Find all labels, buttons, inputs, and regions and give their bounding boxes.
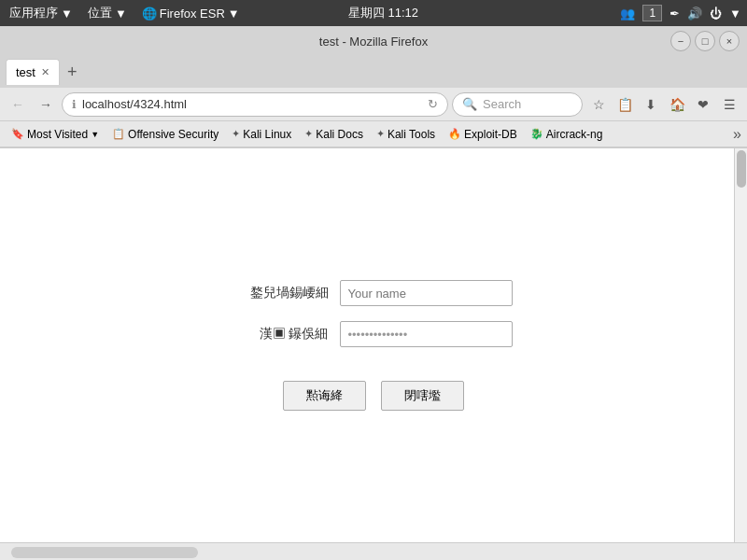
search-placeholder: Search — [483, 97, 521, 111]
title-bar: test - Mozilla Firefox − □ × — [0, 26, 747, 56]
new-tab-button[interactable]: + — [62, 63, 83, 80]
form-container: 鍪兒堝錫崾細 漢▣ 鑤俁細 㸃诲絳 閉嗐壏 — [235, 280, 513, 411]
bookmark-kali-linux[interactable]: ✦ Kali Linux — [226, 126, 297, 143]
horizontal-scrollbar[interactable] — [11, 547, 198, 558]
bookmark-offensive-security[interactable]: 📋 Offensive Security — [106, 126, 224, 143]
bookmark-label-1: Offensive Security — [128, 128, 218, 141]
name-row: 鍪兒堝錫崾細 — [235, 280, 513, 306]
menu-button[interactable]: ☰ — [717, 92, 741, 117]
os-app-arrow: ▼ — [61, 7, 73, 21]
minimize-button[interactable]: − — [670, 31, 691, 51]
pocket-button[interactable]: ❤ — [691, 92, 715, 117]
window-title: test - Mozilla Firefox — [319, 35, 428, 49]
bookmark-icon-6: 🐉 — [530, 128, 543, 140]
browser-tab[interactable]: test ✕ — [6, 59, 60, 85]
bookmarks-bar: 🔖 Most Visited ▼ 📋 Offensive Security ✦ … — [0, 121, 747, 147]
bookmark-label-4: Kali Tools — [388, 128, 435, 141]
bookmark-label-3: Kali Docs — [316, 128, 363, 141]
bookmark-label-2: Kali Linux — [243, 128, 291, 141]
bookmark-most-visited[interactable]: 🔖 Most Visited ▼ — [6, 126, 105, 143]
bookmark-icon-3: ✦ — [304, 128, 313, 140]
bookmark-label-5: Exploit-DB — [464, 128, 517, 141]
os-datetime: 星期四 11:12 — [348, 5, 418, 21]
page-wrapper: 鍪兒堝錫崾細 漢▣ 鑤俁細 㸃诲絳 閉嗐壏 — [0, 148, 747, 542]
reading-mode-button[interactable]: 📋 — [613, 92, 637, 117]
os-places-arrow: ▼ — [115, 7, 127, 21]
os-browser-menu[interactable]: 🌐 Firefox ESR ▼ — [138, 7, 244, 21]
name-input[interactable] — [340, 280, 513, 306]
window-controls: − □ × — [670, 31, 740, 51]
page-content: 鍪兒堝錫崾細 漢▣ 鑤俁細 㸃诲絳 閉嗐壏 — [0, 148, 747, 542]
os-app-label: 应用程序 — [9, 5, 58, 21]
bookmark-icon-4: ✦ — [376, 128, 385, 140]
bookmark-icon-1: 📋 — [112, 128, 125, 140]
password-input[interactable] — [340, 321, 513, 347]
tab-bar: test ✕ + — [0, 56, 747, 88]
workspace-badge[interactable]: 1 — [642, 5, 662, 21]
bookmark-star-button[interactable]: ☆ — [586, 92, 611, 117]
url-display: localhost/4324.html — [82, 97, 422, 111]
bookmark-icon-5: 🔥 — [448, 128, 461, 140]
security-icon: ℹ — [72, 98, 77, 111]
os-topbar: 应用程序 ▼ 位置 ▼ 🌐 Firefox ESR ▼ 星期四 11:12 👥 … — [0, 0, 747, 26]
back-button[interactable]: ← — [6, 92, 30, 117]
download-button[interactable]: ⬇ — [639, 92, 663, 117]
os-app-menu[interactable]: 应用程序 ▼ — [6, 5, 77, 21]
password-label: 漢▣ 鑤俁細 — [235, 326, 329, 343]
bookmark-dropdown-0: ▼ — [91, 130, 99, 139]
power-icon: ⏻ — [710, 7, 722, 21]
os-browser-arrow: ▼ — [228, 7, 240, 21]
bookmark-icon-2: ✦ — [232, 128, 240, 140]
name-label: 鍪兒堝錫崾細 — [235, 285, 329, 301]
address-bar[interactable]: ℹ localhost/4324.html ↻ — [62, 92, 448, 117]
tab-close-button[interactable]: ✕ — [41, 66, 49, 78]
os-places-label: 位置 — [88, 5, 112, 21]
bookmark-kali-docs[interactable]: ✦ Kali Docs — [299, 126, 369, 143]
bookmark-exploit-db[interactable]: 🔥 Exploit-DB — [443, 126, 523, 143]
scrollbar-thumb[interactable] — [737, 150, 746, 188]
password-row: 漢▣ 鑤俁細 — [235, 321, 513, 347]
maximize-button[interactable]: □ — [695, 31, 715, 51]
bookmark-kali-tools[interactable]: ✦ Kali Tools — [371, 126, 441, 143]
os-places-menu[interactable]: 位置 ▼ — [84, 5, 131, 21]
search-bar[interactable]: 🔍 Search — [452, 92, 583, 117]
globe-icon: 🌐 — [142, 7, 157, 21]
forward-button[interactable]: → — [34, 92, 58, 117]
status-bar — [0, 542, 747, 560]
people-icon: 👥 — [620, 7, 635, 21]
pen-icon: ✒ — [669, 7, 680, 21]
close-button[interactable]: 閉嗐壏 — [381, 381, 464, 411]
home-button[interactable]: 🏠 — [665, 92, 689, 117]
nav-bar: ← → ℹ localhost/4324.html ↻ 🔍 Search ☆ 📋… — [0, 88, 747, 121]
os-browser-label: Firefox ESR — [160, 7, 225, 21]
os-system-tray: 👥 1 ✒ 🔊 ⏻ ▼ — [620, 5, 741, 21]
bookmarks-more-button[interactable]: » — [733, 126, 741, 143]
refresh-icon[interactable]: ↻ — [428, 97, 438, 111]
scrollbar-track — [734, 148, 747, 542]
close-button[interactable]: × — [719, 31, 740, 51]
form-buttons: 㸃诲絳 閉嗐壏 — [283, 381, 464, 411]
volume-icon: 🔊 — [687, 7, 702, 21]
bookmark-label-0: Most Visited — [27, 128, 88, 141]
register-button[interactable]: 㸃诲絳 — [283, 381, 366, 411]
browser-chrome: test - Mozilla Firefox − □ × test ✕ + ← … — [0, 26, 747, 148]
bookmark-icon-0: 🔖 — [11, 128, 24, 140]
power-arrow: ▼ — [729, 7, 741, 21]
bookmark-aircrack[interactable]: 🐉 Aircrack-ng — [525, 126, 609, 143]
tab-label: test — [16, 65, 35, 79]
nav-icons: ☆ 📋 ⬇ 🏠 ❤ ☰ — [586, 92, 741, 117]
search-icon: 🔍 — [462, 97, 477, 111]
bookmark-label-6: Aircrack-ng — [546, 128, 603, 141]
